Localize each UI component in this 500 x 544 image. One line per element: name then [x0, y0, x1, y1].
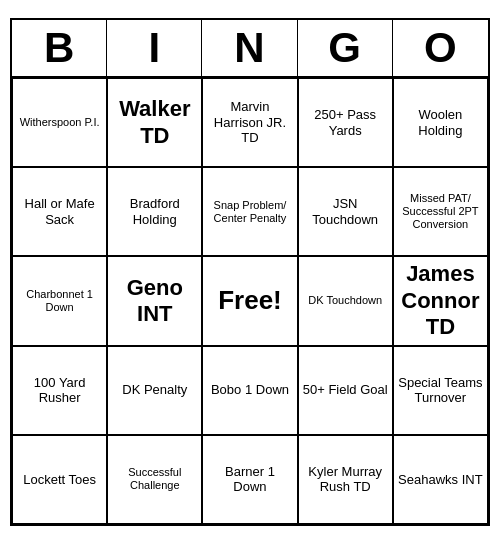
bingo-cell-5[interactable]: Hall or Mafe Sack [12, 167, 107, 256]
bingo-cell-15[interactable]: 100 Yard Rusher [12, 346, 107, 435]
letter-n: N [202, 20, 297, 76]
bingo-cell-12[interactable]: Free! [202, 256, 297, 345]
letter-i: I [107, 20, 202, 76]
bingo-cell-0[interactable]: Witherspoon P.I. [12, 78, 107, 167]
bingo-cell-7[interactable]: Snap Problem/ Center Penalty [202, 167, 297, 256]
bingo-cell-13[interactable]: DK Touchdown [298, 256, 393, 345]
bingo-grid: Witherspoon P.I.Walker TDMarvin Harrison… [12, 78, 488, 524]
bingo-cell-23[interactable]: Kyler Murray Rush TD [298, 435, 393, 524]
bingo-cell-1[interactable]: Walker TD [107, 78, 202, 167]
bingo-cell-8[interactable]: JSN Touchdown [298, 167, 393, 256]
letter-b: B [12, 20, 107, 76]
bingo-cell-19[interactable]: Special Teams Turnover [393, 346, 488, 435]
bingo-cell-20[interactable]: Lockett Toes [12, 435, 107, 524]
bingo-cell-11[interactable]: Geno INT [107, 256, 202, 345]
bingo-cell-3[interactable]: 250+ Pass Yards [298, 78, 393, 167]
bingo-header: B I N G O [12, 20, 488, 78]
bingo-cell-4[interactable]: Woolen Holding [393, 78, 488, 167]
bingo-cell-16[interactable]: DK Penalty [107, 346, 202, 435]
bingo-card: B I N G O Witherspoon P.I.Walker TDMarvi… [10, 18, 490, 526]
bingo-cell-2[interactable]: Marvin Harrison JR. TD [202, 78, 297, 167]
letter-g: G [298, 20, 393, 76]
bingo-cell-18[interactable]: 50+ Field Goal [298, 346, 393, 435]
bingo-cell-22[interactable]: Barner 1 Down [202, 435, 297, 524]
bingo-cell-9[interactable]: Missed PAT/ Successful 2PT Conversion [393, 167, 488, 256]
bingo-cell-24[interactable]: Seahawks INT [393, 435, 488, 524]
bingo-cell-10[interactable]: Charbonnet 1 Down [12, 256, 107, 345]
bingo-cell-14[interactable]: James Connor TD [393, 256, 488, 345]
bingo-cell-6[interactable]: Bradford Holding [107, 167, 202, 256]
letter-o: O [393, 20, 488, 76]
bingo-cell-21[interactable]: Successful Challenge [107, 435, 202, 524]
bingo-cell-17[interactable]: Bobo 1 Down [202, 346, 297, 435]
